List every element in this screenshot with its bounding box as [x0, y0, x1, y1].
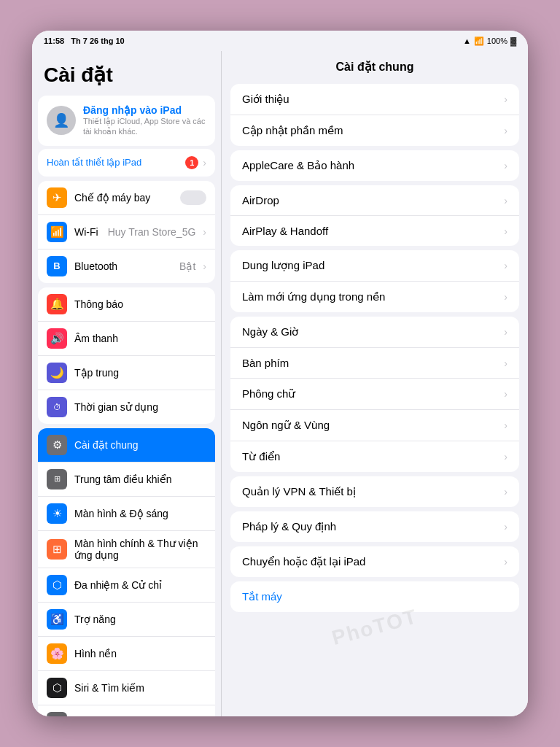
panel-title: Cài đặt chung: [222, 51, 528, 80]
focus-icon: 🌙: [47, 363, 67, 383]
bluetooth-icon: B: [47, 256, 67, 276]
right-group-applecare: AppleCare & Bảo hành ›: [230, 150, 519, 181]
signal-icon: ▲: [463, 36, 471, 45]
wifi-icon: 📶: [47, 222, 67, 242]
sidebar-item-wallpaper[interactable]: 🌸 Hình nền: [38, 637, 215, 671]
sidebar-item-siri[interactable]: ⬡ Siri & Tìm kiếm: [38, 671, 215, 705]
wifi-status-icon: 📶: [474, 36, 484, 46]
airplane-toggle[interactable]: [180, 190, 206, 205]
right-item-airplay[interactable]: AirPlay & Handoff ›: [230, 216, 519, 246]
right-group-legal: Pháp lý & Quy định ›: [230, 511, 519, 542]
wallpaper-icon: 🌸: [47, 643, 67, 664]
right-item-dictionary[interactable]: Từ điển ›: [230, 441, 519, 472]
transfer-chevron-icon: ›: [504, 556, 508, 568]
software-update-chevron-icon: ›: [504, 125, 508, 136]
right-group-storage: Dung lượng iPad › Làm mới ứng dụng trong…: [230, 250, 519, 312]
setup-badge: 1: [185, 156, 198, 169]
sidebar-item-notification[interactable]: 🔔 Thông báo: [38, 287, 215, 322]
general-icon: ⚙: [47, 435, 67, 455]
right-item-airdrop[interactable]: AirDrop ›: [230, 185, 519, 216]
sidebar-item-focus[interactable]: 🌙 Tập trung: [38, 356, 215, 390]
setup-chevron-icon: ›: [203, 157, 206, 169]
about-chevron-icon: ›: [504, 93, 508, 105]
sidebar-item-homescreen[interactable]: ⊞ Màn hình chính & Thư viện ứng dụng: [38, 531, 215, 568]
status-bar: 11:58 Th 7 26 thg 10 ▲ 📶 100% ▓: [32, 31, 528, 51]
screentime-label: Thời gian sử dụng: [74, 401, 206, 413]
right-item-about[interactable]: Giới thiệu ›: [230, 84, 519, 115]
sidebar-item-bluetooth[interactable]: B Bluetooth Bật ›: [38, 249, 215, 283]
bluetooth-value: Bật: [179, 260, 195, 272]
datetime-label: Ngày & Giờ: [242, 325, 498, 338]
display-icon: ☀: [47, 503, 67, 524]
notification-icon: 🔔: [47, 294, 67, 314]
language-chevron-icon: ›: [504, 419, 508, 431]
keyboard-chevron-icon: ›: [504, 357, 508, 369]
wifi-label: Wi-Fi: [74, 226, 101, 238]
sidebar-item-display[interactable]: ☀ Màn hình & Độ sáng: [38, 497, 215, 531]
bluetooth-chevron-icon: ›: [203, 260, 206, 272]
sidebar-item-sound[interactable]: 🔊 Âm thanh: [38, 322, 215, 356]
sidebar-item-accessibility[interactable]: ♿ Trợ năng: [38, 603, 215, 637]
right-item-software-update[interactable]: Cập nhật phần mềm ›: [230, 115, 519, 146]
airplane-icon: ✈: [47, 187, 67, 208]
sidebar-item-multitask[interactable]: ⬡ Đa nhiệm & Cử chỉ: [38, 568, 215, 603]
software-update-label: Cập nhật phần mềm: [242, 124, 498, 137]
avatar: 👤: [47, 106, 76, 135]
multitask-icon: ⬡: [47, 575, 67, 595]
right-item-language[interactable]: Ngôn ngữ & Vùng ›: [230, 410, 519, 441]
shutdown-link[interactable]: Tắt máy: [230, 581, 519, 612]
homescreen-label: Màn hình chính & Thư viện ứng dụng: [74, 538, 206, 561]
right-item-fonts[interactable]: Phông chữ ›: [230, 379, 519, 410]
wallpaper-label: Hình nền: [74, 648, 206, 659]
pencil-icon: ✏: [47, 712, 67, 716]
sidebar-group-system: ⚙ Cài đặt chung ⊞ Trung tâm điều khiển ☀…: [38, 428, 215, 716]
accessibility-icon: ♿: [47, 609, 67, 630]
bluetooth-label: Bluetooth: [74, 260, 172, 272]
airdrop-label: AirDrop: [242, 194, 498, 206]
shutdown-label: Tắt máy: [242, 590, 282, 603]
sidebar-title: Cài đặt: [32, 51, 221, 93]
control-icon: ⊞: [47, 469, 67, 489]
sidebar-item-control[interactable]: ⊞ Trung tâm điều khiển: [38, 462, 215, 497]
ipad-frame: 11:58 Th 7 26 thg 10 ▲ 📶 100% ▓ Cài đặt …: [32, 31, 528, 716]
sound-label: Âm thanh: [74, 333, 206, 344]
multitask-label: Đa nhiệm & Cử chỉ: [74, 579, 206, 591]
right-group-locale: Ngày & Giờ › Bàn phím › Phông chữ › Ngôn…: [230, 317, 519, 472]
vpn-label: Quản lý VPN & Thiết bị: [242, 485, 498, 498]
bgrefresh-chevron-icon: ›: [504, 291, 508, 303]
airdrop-chevron-icon: ›: [504, 195, 508, 206]
wifi-value: Huy Tran Store_5G: [108, 226, 196, 238]
notification-label: Thông báo: [74, 298, 206, 310]
right-item-datetime[interactable]: Ngày & Giờ ›: [230, 317, 519, 348]
keyboard-label: Bàn phím: [242, 357, 498, 369]
airplay-chevron-icon: ›: [504, 225, 508, 237]
right-item-applecare[interactable]: AppleCare & Bảo hành ›: [230, 150, 519, 181]
sidebar-item-screentime[interactable]: ⏱ Thời gian sử dụng: [38, 390, 215, 424]
date: Th 7 26 thg 10: [71, 36, 124, 45]
bgrefresh-label: Làm mới ứng dụng trong nền: [242, 290, 498, 303]
legal-chevron-icon: ›: [504, 521, 508, 533]
general-label: Cài đặt chung: [74, 439, 206, 451]
account-title: Đăng nhập vào iPad: [83, 104, 206, 116]
applecare-label: AppleCare & Bảo hành: [242, 159, 498, 172]
sidebar-item-wifi[interactable]: 📶 Wi-Fi Huy Tran Store_5G ›: [38, 215, 215, 249]
right-item-legal[interactable]: Pháp lý & Quy định ›: [230, 511, 519, 542]
setup-banner[interactable]: Hoàn tất thiết lập iPad 1 ›: [38, 149, 215, 177]
control-label: Trung tâm điều khiển: [74, 473, 206, 485]
main-content: Cài đặt 👤 Đăng nhập vào iPad Thiết lập i…: [32, 51, 528, 716]
sidebar: Cài đặt 👤 Đăng nhập vào iPad Thiết lập i…: [32, 51, 222, 716]
display-label: Màn hình & Độ sáng: [74, 508, 206, 519]
right-item-keyboard[interactable]: Bàn phím ›: [230, 348, 519, 379]
wifi-chevron-icon: ›: [203, 226, 206, 238]
sidebar-item-general[interactable]: ⚙ Cài đặt chung: [38, 428, 215, 462]
datetime-chevron-icon: ›: [504, 326, 508, 338]
right-item-storage[interactable]: Dung lượng iPad ›: [230, 250, 519, 282]
sidebar-item-airplane[interactable]: ✈ Chế độ máy bay: [38, 181, 215, 215]
right-item-vpn[interactable]: Quản lý VPN & Thiết bị ›: [230, 476, 519, 507]
applecare-chevron-icon: ›: [504, 160, 508, 171]
account-section[interactable]: 👤 Đăng nhập vào iPad Thiết lập iCloud, A…: [38, 96, 215, 146]
right-item-transfer[interactable]: Chuyển hoặc đặt lại iPad ›: [230, 546, 519, 577]
sidebar-item-pencil[interactable]: ✏ Apple Pencil: [38, 705, 215, 716]
right-item-bgrefresh[interactable]: Làm mới ứng dụng trong nền ›: [230, 282, 519, 312]
storage-chevron-icon: ›: [504, 260, 508, 271]
